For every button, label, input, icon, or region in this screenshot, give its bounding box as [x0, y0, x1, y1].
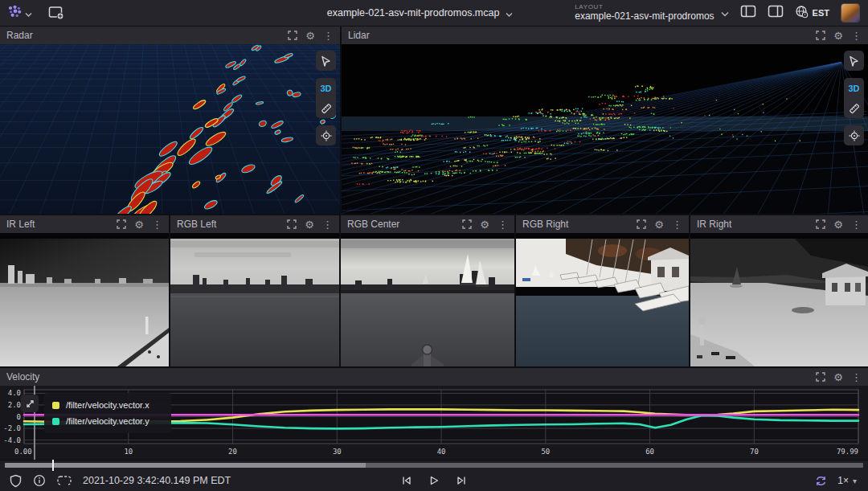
loop-region-icon[interactable] — [57, 475, 72, 486]
playback-speed-selector[interactable]: 1× ▾ — [837, 475, 857, 486]
fullscreen-icon[interactable] — [288, 31, 297, 40]
svg-text:40: 40 — [437, 448, 446, 456]
legend-item-vector-y[interactable]: /filter/velocity.vector.y — [44, 413, 171, 429]
timeline-scrubber[interactable] — [5, 463, 863, 468]
legend-item-vector-x[interactable]: /filter/velocity.vector.x — [44, 397, 171, 413]
ruler-icon[interactable] — [844, 98, 864, 118]
kebab-menu-icon[interactable]: ⋮ — [322, 219, 333, 230]
timezone-selector[interactable]: EST — [795, 5, 829, 22]
panel-header-actions: ⚙ ⋮ — [462, 219, 508, 230]
chevron-down-icon: ▾ — [853, 477, 857, 485]
fullscreen-icon[interactable] — [117, 219, 126, 229]
velocity-panel-header[interactable]: Velocity ⚙ ⋮ — [0, 368, 868, 386]
gear-icon[interactable]: ⚙ — [480, 219, 489, 230]
panel-title: IR Left — [6, 219, 108, 230]
gear-icon[interactable]: ⚙ — [305, 219, 314, 230]
foxglove-app: example-021-asv-mit-prodromos.mcap LAYOU… — [0, 0, 868, 491]
kebab-menu-icon[interactable]: ⋮ — [497, 219, 508, 230]
left-sidebar-toggle-button[interactable] — [740, 5, 756, 21]
panel-header-actions: ⚙ ⋮ — [816, 219, 862, 230]
playback-right-group: 1× ▾ — [814, 475, 868, 487]
top-bar: example-021-asv-mit-prodromos.mcap LAYOU… — [0, 0, 868, 26]
top-bar-right: LAYOUT example-021-asv-mit-prodromos — [575, 3, 868, 23]
panel-title: Velocity — [6, 371, 808, 383]
svg-text:4.0: 4.0 — [8, 389, 21, 397]
lidar-scene — [342, 44, 868, 214]
panel-title: Radar — [6, 30, 280, 41]
chevron-down-icon — [506, 6, 513, 20]
panel-radar: Radar ⚙ ⋮ 3D — [0, 27, 340, 214]
lidar-panel-header[interactable]: Lidar ⚙ ⋮ — [342, 27, 868, 44]
svg-text:2.0: 2.0 — [8, 401, 21, 409]
lidar-viewport[interactable]: 3D — [342, 44, 868, 214]
radar-panel-header[interactable]: Radar ⚙ ⋮ — [0, 27, 340, 44]
data-source-selector[interactable]: example-021-asv-mit-prodromos.mcap — [265, 6, 575, 20]
kebab-menu-icon[interactable]: ⋮ — [851, 219, 862, 230]
lidar-3d-toolbar: 3D — [844, 51, 864, 145]
loaded-range — [5, 463, 366, 468]
loop-playback-icon[interactable] — [814, 475, 828, 487]
fullscreen-icon[interactable] — [637, 219, 646, 229]
velocity-chart-area[interactable]: 4.02.00-2.0-4.00.001020304050607079.99 /… — [0, 386, 868, 460]
kebab-menu-icon[interactable]: ⋮ — [672, 219, 682, 230]
top-bar-left — [0, 5, 265, 22]
playhead-handle[interactable] — [52, 460, 54, 471]
gear-icon[interactable]: ⚙ — [654, 219, 664, 230]
camera-cursor-button[interactable] — [316, 51, 336, 71]
ir-right-image — [690, 233, 868, 366]
right-sidebar-toggle-button[interactable] — [768, 5, 784, 21]
chevron-down-icon — [721, 6, 729, 20]
app-menu-button[interactable] — [8, 5, 32, 22]
series-label: /filter/velocity.vector.y — [66, 416, 149, 426]
gear-icon[interactable]: ⚙ — [833, 372, 843, 383]
shield-icon[interactable] — [10, 474, 22, 488]
layout-selector[interactable]: LAYOUT example-021-asv-mit-prodromos — [575, 4, 728, 22]
svg-text:0: 0 — [17, 413, 21, 421]
view-tools-group: 3D — [844, 78, 864, 118]
kebab-menu-icon[interactable]: ⋮ — [323, 31, 334, 41]
seek-backward-button[interactable] — [401, 475, 412, 486]
panel-lidar: Lidar ⚙ ⋮ 3D — [342, 27, 868, 214]
ruler-icon[interactable] — [316, 98, 336, 118]
radar-scene — [0, 44, 340, 214]
add-panel-button[interactable] — [48, 6, 64, 20]
gear-icon[interactable]: ⚙ — [833, 219, 843, 230]
crosshair-icon[interactable] — [316, 125, 336, 145]
layout-text: LAYOUT example-021-asv-mit-prodromos — [575, 4, 714, 22]
rgb-right-panel-header[interactable]: RGB Right ⚙ ⋮ — [516, 215, 689, 233]
ir-left-panel-header[interactable]: IR Left ⚙ ⋮ — [0, 215, 169, 233]
fullscreen-icon[interactable] — [462, 219, 472, 229]
globe-clock-icon — [795, 5, 809, 22]
kebab-menu-icon[interactable]: ⋮ — [851, 31, 862, 41]
svg-text:-4.0: -4.0 — [3, 436, 21, 444]
user-avatar[interactable] — [841, 3, 860, 23]
panel-header-actions: ⚙ ⋮ — [816, 372, 862, 383]
svg-text:20: 20 — [228, 448, 237, 456]
kebab-menu-icon[interactable]: ⋮ — [152, 219, 162, 230]
crosshair-icon[interactable] — [844, 125, 864, 145]
fullscreen-icon[interactable] — [816, 219, 825, 229]
3d-mode-button[interactable]: 3D — [316, 78, 336, 98]
3d-mode-button[interactable]: 3D — [844, 78, 864, 98]
series-color-chip — [52, 402, 59, 409]
fullscreen-icon[interactable] — [816, 31, 825, 40]
fullscreen-icon[interactable] — [287, 219, 297, 229]
camera-cursor-button[interactable] — [844, 51, 864, 71]
svg-text:60: 60 — [645, 448, 654, 456]
info-icon[interactable] — [33, 474, 46, 487]
rgb-right-image — [516, 233, 689, 366]
kebab-menu-icon[interactable]: ⋮ — [851, 372, 862, 383]
gear-icon[interactable]: ⚙ — [134, 219, 144, 230]
svg-text:10: 10 — [124, 448, 133, 456]
rgb-left-panel-header[interactable]: RGB Left ⚙ ⋮ — [170, 215, 339, 233]
gear-icon[interactable]: ⚙ — [305, 31, 315, 41]
gear-icon[interactable]: ⚙ — [833, 31, 843, 41]
radar-viewport[interactable]: 3D — [0, 44, 340, 214]
seek-forward-button[interactable] — [456, 475, 467, 486]
fullscreen-icon[interactable] — [816, 372, 825, 382]
svg-text:-2.0: -2.0 — [3, 424, 21, 432]
rgb-center-panel-header[interactable]: RGB Center ⚙ ⋮ — [341, 215, 514, 233]
ir-right-panel-header[interactable]: IR Right ⚙ ⋮ — [690, 215, 868, 233]
legend-collapse-button[interactable] — [21, 395, 39, 412]
play-button[interactable] — [428, 475, 440, 486]
